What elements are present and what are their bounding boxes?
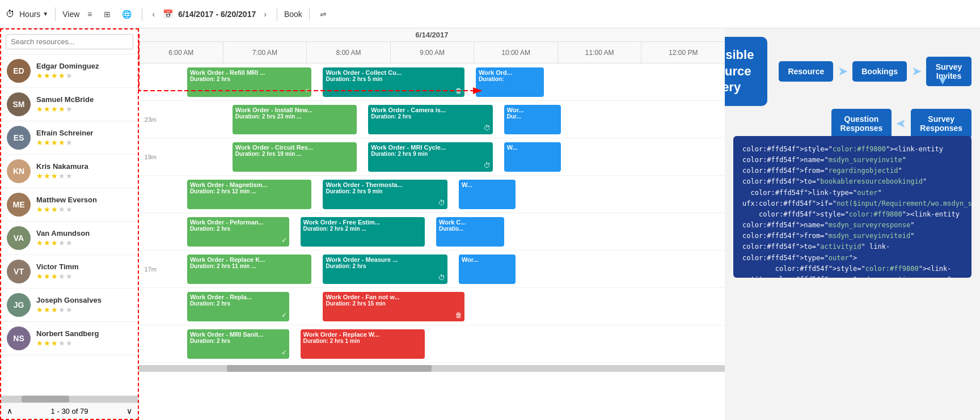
filled-star: ★ xyxy=(44,306,50,314)
row-content: Work Order - Install New... Duration: 2 … xyxy=(159,101,725,138)
calendar-row: 23mWork Order - Install New... Duration:… xyxy=(139,101,725,138)
empty-star: ★ xyxy=(66,138,73,147)
event-block[interactable]: Work Order - Thermosta... Duration: 2 hr… xyxy=(323,180,447,209)
empty-star: ★ xyxy=(66,306,73,314)
question-responses-btn[interactable]: QuestionResponses xyxy=(831,109,892,138)
next-btn[interactable]: › xyxy=(260,8,270,20)
list-item[interactable]: ME Matthew Everson ★★★★★ xyxy=(1,188,138,222)
event-block[interactable]: Work Order - MRI Cycle... Duration: 2 hr… xyxy=(368,142,493,172)
filled-star: ★ xyxy=(36,272,43,281)
event-duration: Duration: 2 hrs xyxy=(190,226,286,232)
grid-view-btn[interactable]: ⊞ xyxy=(100,8,114,20)
empty-star: ★ xyxy=(58,306,65,314)
filled-star: ★ xyxy=(36,172,43,180)
event-title: Work Order - Repla... xyxy=(190,294,286,300)
event-block[interactable]: W... xyxy=(459,180,516,209)
event-duration: Duration: 2 hrs 15 min xyxy=(326,300,462,307)
resource-panel: ED Edgar Dominguez ★★★★★ SM Samuel McBri… xyxy=(0,28,139,420)
event-block[interactable]: Work Order - Repla... Duration: 2 hrs ✓ xyxy=(187,292,289,321)
filled-star: ★ xyxy=(51,339,58,347)
book-btn[interactable]: Book xyxy=(284,10,302,19)
horizontal-scrollbar[interactable] xyxy=(1,396,138,402)
calendar-date: 6/14/2017 xyxy=(416,31,449,39)
filled-star: ★ xyxy=(36,138,43,147)
event-block[interactable]: Work C... Duratio... xyxy=(436,217,504,247)
pagination-down-btn[interactable]: ∨ xyxy=(126,406,132,415)
resource-info: Van Amundson ★★★★★ xyxy=(36,229,90,247)
empty-star: ★ xyxy=(66,105,73,113)
filled-star: ★ xyxy=(58,71,65,80)
event-title: Work Order - Peforman... xyxy=(190,219,286,226)
calendar-scroll-thumb xyxy=(227,365,432,372)
pagination-bar: ∧ 1 - 30 of 79 ∨ xyxy=(1,402,138,419)
event-block[interactable]: Work Order - Replace K... Duration: 2 hr… xyxy=(187,254,312,284)
hours-dropdown[interactable]: Hours ▼ xyxy=(19,10,48,19)
event-duration: Duration: 2 hrs 19 min ... xyxy=(235,151,354,157)
survey-responses-btn[interactable]: SurveyResponses xyxy=(911,109,971,138)
event-block[interactable]: Work Order - MRI Sanit... Duration: 2 hr… xyxy=(187,329,289,359)
calendar-icon: 📅 xyxy=(163,9,174,19)
avatar: VT xyxy=(7,260,31,283)
event-block[interactable]: Work Order - Collect Cu... Duration: 2 h… xyxy=(323,67,464,97)
event-block[interactable]: Work Order - Magnetism... Duration: 2 hr… xyxy=(187,180,312,209)
prev-btn[interactable]: ‹ xyxy=(149,8,159,20)
filled-star: ★ xyxy=(51,105,58,113)
list-item[interactable]: VT Victor Timm ★★★★★ xyxy=(1,255,138,289)
filled-star: ★ xyxy=(44,205,50,214)
event-block[interactable]: Work Order - Free Estim... Duration: 2 h… xyxy=(301,217,425,247)
event-title: Work Order - Replace W... xyxy=(303,331,423,338)
event-block[interactable]: Work Order - Install New... Duration: 2 … xyxy=(233,105,357,134)
event-title: Work Ord... xyxy=(479,69,541,76)
event-title: Work Order - Collect Cu... xyxy=(326,69,462,76)
star-rating: ★★★★★ xyxy=(36,272,79,281)
search-input[interactable] xyxy=(6,34,133,49)
event-duration: Duration: 2 hrs xyxy=(190,300,286,307)
date-range: 6/14/2017 - 6/20/2017 xyxy=(178,10,256,19)
list-item[interactable]: ES Efrain Schreiner ★★★★★ xyxy=(1,121,138,155)
list-item[interactable]: NS Norbert Sandberg ★★★★★ xyxy=(1,322,138,355)
event-block[interactable]: Wor... Dur... xyxy=(504,105,561,134)
event-duration: Duration: 2 hrs 9 min xyxy=(326,188,445,194)
event-title: W... xyxy=(462,181,513,188)
event-block[interactable]: Work Ord... Duration: xyxy=(476,67,544,97)
filled-star: ★ xyxy=(36,239,43,247)
event-title: Wor... xyxy=(462,256,513,263)
code-box: color:#ffd54f">style="color:#ff9800"><li… xyxy=(733,136,971,278)
event-block[interactable]: Work Order - Replace W... Duration: 2 hr… xyxy=(301,329,425,359)
row-content: Work Order - Circuit Res... Duration: 2 … xyxy=(159,138,725,175)
more-btn[interactable]: ⇌ xyxy=(316,8,330,20)
list-item[interactable]: VA Van Amundson ★★★★★ xyxy=(1,222,138,255)
calendar-scrollbar-h[interactable] xyxy=(139,365,725,372)
event-block[interactable]: Work Order - Fan not w... Duration: 2 hr… xyxy=(323,292,464,321)
event-title: Work C... xyxy=(439,219,501,226)
list-item[interactable]: ED Edgar Dominguez ★★★★★ xyxy=(1,54,138,88)
event-title: Work Order - Refill MRI ... xyxy=(190,69,309,76)
event-icon: ✓ xyxy=(281,236,287,244)
globe-view-btn[interactable]: 🌐 xyxy=(119,8,135,20)
event-block[interactable]: Work Order - Circuit Res... Duration: 2 … xyxy=(233,142,357,172)
code-content: color:#ffd54f">style="color:#ff9800"><li… xyxy=(742,144,962,278)
resource-info: Matthew Everson ★★★★★ xyxy=(36,196,97,214)
event-duration: Duration: 2 hrs xyxy=(190,76,309,82)
calendar-area: 6/14/2017 6:00 AM7:00 AM8:00 AM9:00 AM10… xyxy=(139,28,725,420)
event-block[interactable]: Work Order - Camera is... Duration: 2 hr… xyxy=(368,105,493,134)
event-duration: Duration: 2 hrs xyxy=(326,263,445,269)
list-item[interactable]: SM Samuel McBride ★★★★★ xyxy=(1,88,138,121)
event-icon: ⏱ xyxy=(438,274,445,282)
list-item[interactable]: JG Joseph Gonsalves ★★★★★ xyxy=(1,289,138,322)
event-title: Work Order - Measure ... xyxy=(326,256,445,263)
list-item[interactable]: KN Kris Nakamura ★★★★★ xyxy=(1,155,138,188)
list-view-btn[interactable]: ≡ xyxy=(84,8,95,20)
pagination-up-btn[interactable]: ∧ xyxy=(7,406,12,415)
star-rating: ★★★★★ xyxy=(36,138,93,147)
star-rating: ★★★★★ xyxy=(36,306,102,314)
right-panel: Extensible Resource Query Resource ➤ Boo… xyxy=(725,28,980,420)
event-block[interactable]: Work Order - Peforman... Duration: 2 hrs… xyxy=(187,217,289,247)
resource-name: Matthew Everson xyxy=(36,196,97,204)
event-block[interactable]: Work Order - Measure ... Duration: 2 hrs… xyxy=(323,254,447,284)
event-block[interactable]: W... xyxy=(504,142,561,172)
empty-star: ★ xyxy=(58,172,65,180)
event-block[interactable]: Work Order - Refill MRI ... Duration: 2 … xyxy=(187,67,312,97)
event-block[interactable]: Wor... xyxy=(459,254,516,284)
star-rating: ★★★★★ xyxy=(36,205,97,214)
